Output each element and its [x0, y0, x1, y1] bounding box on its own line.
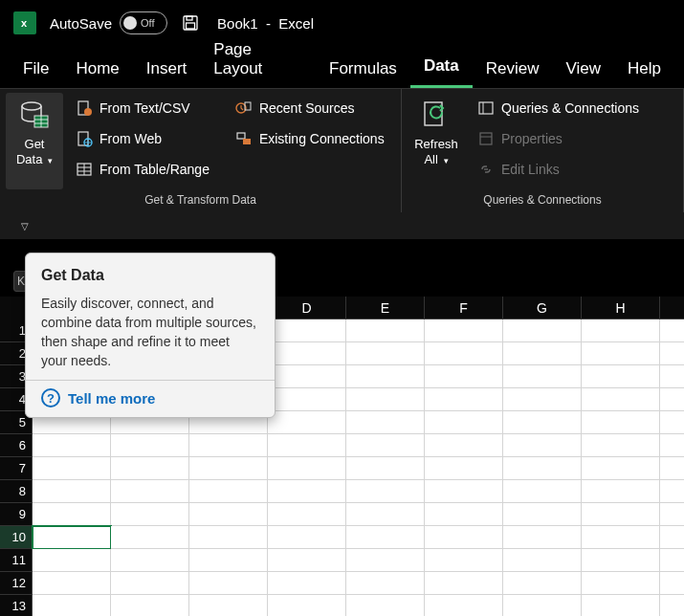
- cell[interactable]: [268, 388, 346, 411]
- cell[interactable]: [503, 572, 582, 595]
- cell[interactable]: [33, 434, 111, 457]
- cell[interactable]: [503, 480, 582, 503]
- cell[interactable]: [189, 595, 268, 616]
- cell[interactable]: [660, 480, 684, 503]
- cell[interactable]: [268, 503, 346, 526]
- autosave-toggle[interactable]: AutoSave Off: [50, 11, 167, 34]
- column-header-e[interactable]: E: [346, 297, 425, 319]
- cell[interactable]: [189, 549, 268, 572]
- cell[interactable]: [582, 388, 660, 411]
- column-header-d[interactable]: D: [268, 297, 346, 319]
- tab-view[interactable]: View: [552, 50, 614, 88]
- cell[interactable]: [660, 319, 684, 342]
- cell[interactable]: [503, 411, 582, 434]
- cell[interactable]: [189, 457, 268, 480]
- cell[interactable]: [582, 434, 660, 457]
- cell[interactable]: [33, 526, 111, 549]
- cell[interactable]: [268, 480, 346, 503]
- cell[interactable]: [346, 595, 425, 616]
- tell-me-more-link[interactable]: ? Tell me more: [41, 388, 259, 407]
- tab-review[interactable]: Review: [473, 50, 553, 88]
- tab-page-layout[interactable]: Page Layout: [200, 31, 316, 88]
- cell[interactable]: [111, 549, 189, 572]
- cell[interactable]: [268, 549, 346, 572]
- cell[interactable]: [268, 572, 346, 595]
- cell[interactable]: [425, 526, 503, 549]
- cell[interactable]: [346, 503, 425, 526]
- cell[interactable]: [346, 434, 425, 457]
- row-header[interactable]: 6: [0, 434, 33, 457]
- cell[interactable]: [346, 342, 425, 365]
- cell[interactable]: [582, 503, 660, 526]
- cell[interactable]: [582, 342, 660, 365]
- cell[interactable]: [111, 526, 189, 549]
- from-table-range-button[interactable]: From Table/Range: [69, 154, 215, 185]
- cell[interactable]: [660, 503, 684, 526]
- cell[interactable]: [660, 549, 684, 572]
- cell[interactable]: [582, 595, 660, 616]
- cell[interactable]: [503, 457, 582, 480]
- cell[interactable]: [346, 388, 425, 411]
- cell[interactable]: [111, 457, 189, 480]
- cell[interactable]: [346, 319, 425, 342]
- column-header[interactable]: [660, 297, 684, 319]
- cell[interactable]: [189, 526, 268, 549]
- cell[interactable]: [268, 365, 346, 388]
- queries-connections-button[interactable]: Queries & Connections: [471, 93, 645, 123]
- tab-data[interactable]: Data: [410, 47, 473, 88]
- tab-formulas[interactable]: Formulas: [316, 50, 410, 88]
- row-header[interactable]: 13: [0, 595, 33, 616]
- cell[interactable]: [111, 595, 189, 616]
- cell[interactable]: [660, 526, 684, 549]
- cell[interactable]: [111, 480, 189, 503]
- cell[interactable]: [189, 480, 268, 503]
- cell[interactable]: [425, 319, 503, 342]
- column-header-g[interactable]: G: [503, 297, 582, 319]
- cell[interactable]: [189, 572, 268, 595]
- cell[interactable]: [425, 388, 503, 411]
- toggle-switch[interactable]: Off: [120, 11, 167, 34]
- cell[interactable]: [346, 572, 425, 595]
- cell[interactable]: [582, 319, 660, 342]
- cell[interactable]: [503, 365, 582, 388]
- cell[interactable]: [660, 342, 684, 365]
- cell[interactable]: [189, 434, 268, 457]
- cell[interactable]: [503, 342, 582, 365]
- cell[interactable]: [503, 388, 582, 411]
- cell[interactable]: [268, 595, 346, 616]
- tab-insert[interactable]: Insert: [133, 50, 201, 88]
- cell[interactable]: [189, 503, 268, 526]
- row-header[interactable]: 11: [0, 549, 33, 572]
- cell[interactable]: [346, 457, 425, 480]
- cell[interactable]: [425, 457, 503, 480]
- cell[interactable]: [33, 572, 111, 595]
- cell[interactable]: [660, 434, 684, 457]
- cell[interactable]: [346, 549, 425, 572]
- cell[interactable]: [503, 503, 582, 526]
- cell[interactable]: [582, 457, 660, 480]
- save-icon[interactable]: [181, 13, 200, 33]
- row-header[interactable]: 9: [0, 503, 33, 526]
- cell[interactable]: [425, 411, 503, 434]
- cell[interactable]: [660, 457, 684, 480]
- cell[interactable]: [425, 595, 503, 616]
- existing-connections-button[interactable]: Existing Connections: [229, 123, 390, 154]
- refresh-all-button[interactable]: RefreshAll ▾: [408, 93, 465, 189]
- cell[interactable]: [268, 342, 346, 365]
- row-header[interactable]: 12: [0, 572, 33, 595]
- tab-help[interactable]: Help: [614, 50, 674, 88]
- cell[interactable]: [33, 549, 111, 572]
- cell[interactable]: [33, 503, 111, 526]
- recent-sources-button[interactable]: Recent Sources: [229, 93, 390, 123]
- tab-file[interactable]: File: [10, 50, 62, 88]
- cell[interactable]: [582, 411, 660, 434]
- cell[interactable]: [503, 526, 582, 549]
- ribbon-options-icon[interactable]: ▽: [21, 221, 29, 231]
- cell[interactable]: [503, 319, 582, 342]
- cell[interactable]: [425, 480, 503, 503]
- get-data-button[interactable]: GetData ▾: [6, 93, 63, 189]
- cell[interactable]: [346, 411, 425, 434]
- cell[interactable]: [346, 480, 425, 503]
- cell[interactable]: [33, 480, 111, 503]
- cell[interactable]: [268, 434, 346, 457]
